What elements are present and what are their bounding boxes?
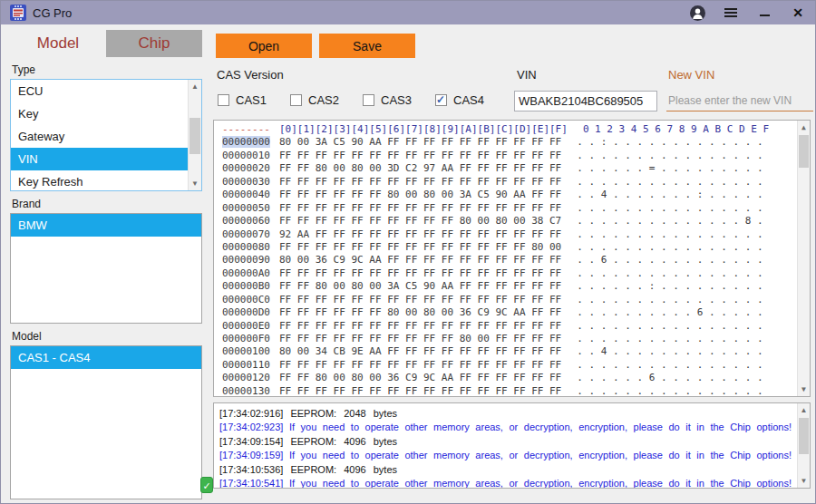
scroll-up-icon[interactable]: ▲ — [189, 80, 201, 93]
scroll-down-icon[interactable]: ▼ — [798, 474, 810, 488]
scroll-up-icon[interactable]: ▲ — [798, 121, 810, 134]
list-item[interactable]: Gateway — [11, 125, 201, 148]
hex-bytes: 80 00 3A C5 90 AA FF FF FF FF FF FF FF F… — [279, 136, 561, 148]
log-line: [17:34:10:541] If you need to operate ot… — [219, 477, 792, 489]
brand-list[interactable]: BMW — [10, 213, 202, 324]
hex-ascii: . . . . . . . . . . . . . . . . — [577, 359, 763, 371]
hex-ascii: . . . . . . . . . . . . . . . . — [577, 241, 763, 253]
hex-row[interactable]: 00000030FF FF FF FF FF FF FF FF FF FF FF… — [222, 176, 810, 189]
list-item[interactable]: ECU — [11, 80, 201, 102]
cas-checkbox-cas4[interactable]: CAS4 — [435, 93, 508, 107]
scroll-thumb[interactable] — [799, 135, 809, 168]
type-list[interactable]: ECUKeyGatewayVINKey Refresh ▲ ▼ — [10, 79, 202, 191]
log-line: [17:34:09:154] EEPROM: 4096 bytes — [219, 435, 792, 449]
vin-input[interactable] — [514, 91, 657, 111]
scroll-down-icon[interactable]: ▼ — [798, 383, 810, 396]
hex-row[interactable]: 0000000080 00 3A C5 90 AA FF FF FF FF FF… — [222, 136, 810, 149]
hex-bytes: 92 AA FF FF FF FF FF FF FF FF FF FF FF F… — [279, 228, 561, 240]
user-icon[interactable] — [689, 5, 705, 21]
hex-row[interactable]: 000000C0FF FF FF FF FF FF FF FF FF FF FF… — [222, 294, 810, 306]
hex-row[interactable]: 00000060FF FF FF FF FF FF FF FF FF FF 80… — [222, 215, 810, 228]
hex-row[interactable]: 000000D0FF FF FF FF FF FF 80 00 80 00 36… — [222, 306, 810, 319]
hex-address: 00000100 — [222, 345, 270, 357]
list-item[interactable]: Key Refresh — [11, 170, 201, 191]
scroll-thumb[interactable] — [189, 118, 200, 154]
new-vin-input[interactable] — [666, 91, 813, 111]
hex-address: 00000080 — [222, 241, 270, 253]
log-line: [17:34:02:916] EEPROM: 2048 bytes — [219, 407, 792, 421]
checkbox-icon[interactable] — [290, 94, 302, 106]
list-item[interactable]: VIN — [11, 148, 201, 170]
hex-row[interactable]: 000000E0FF FF FF FF FF FF FF FF FF FF FF… — [222, 320, 810, 333]
tab-model[interactable]: Model — [10, 30, 106, 57]
hex-address: 00000010 — [222, 150, 270, 161]
list-item[interactable]: BMW — [11, 214, 201, 237]
save-button[interactable]: Save — [319, 34, 415, 58]
list-item[interactable]: CAS1 - CAS4 — [11, 346, 201, 369]
cas-checkbox-cas1[interactable]: CAS1 — [218, 93, 290, 107]
scroll-up-icon[interactable]: ▲ — [798, 403, 810, 417]
hex-bytes: FF FF FF FF FF FF FF FF FF FF FF FF FF F… — [279, 267, 561, 279]
hex-bytes: FF FF 80 00 80 00 36 C9 9C AA FF FF FF F… — [279, 372, 561, 383]
hex-row[interactable]: 00000010FF FF FF FF FF FF FF FF FF FF FF… — [222, 150, 810, 162]
model-label: Model — [12, 330, 202, 343]
hex-header-row[interactable]: --------[0][1][2][3][4][5][6][7][8][9][A… — [222, 123, 810, 136]
cas-checkbox-cas2[interactable]: CAS2 — [290, 93, 363, 107]
hex-bytes: FF FF FF FF FF FF FF FF FF FF FF FF FF F… — [279, 294, 561, 305]
hex-row[interactable]: 0000007092 AA FF FF FF FF FF FF FF FF FF… — [222, 228, 810, 241]
type-label: Type — [12, 63, 202, 76]
hex-row[interactable]: 000000F0FF FF FF FF FF FF FF FF FF FF 80… — [222, 333, 810, 345]
hex-row[interactable]: 00000040FF FF FF FF FF FF 80 00 80 00 3A… — [222, 189, 810, 201]
tab-chip[interactable]: Chip — [106, 30, 202, 57]
log-panel[interactable]: ▲ ▼ [17:34:02:916] EEPROM: 2048 bytes[17… — [213, 402, 811, 489]
log-line: [17:34:02:923] If you need to operate ot… — [219, 421, 792, 434]
hex-bytes: FF FF FF FF FF FF FF FF FF FF 80 00 80 0… — [279, 215, 561, 227]
hex-address: 00000110 — [222, 359, 270, 371]
scroll-thumb[interactable] — [799, 418, 809, 454]
hex-row[interactable]: 000000A0FF FF FF FF FF FF FF FF FF FF FF… — [222, 267, 810, 280]
hex-scrollbar[interactable]: ▲ ▼ — [797, 121, 810, 396]
hex-row[interactable]: 00000020FF FF 80 00 80 00 3D C2 97 AA FF… — [222, 162, 810, 175]
hex-row[interactable]: 000000B0FF FF 80 00 80 00 3A C5 90 AA FF… — [222, 280, 810, 293]
log-scrollbar[interactable]: ▲ ▼ — [797, 403, 810, 488]
hex-bytes: [0][1][2][3][4][5][6][7][8][9][A][B][C][… — [279, 123, 568, 135]
model-list[interactable]: CAS1 - CAS4 — [10, 345, 202, 499]
menu-icon[interactable] — [723, 5, 739, 21]
hex-row[interactable]: 00000110FF FF FF FF FF FF FF FF FF FF FF… — [222, 359, 810, 372]
open-button[interactable]: Open — [216, 34, 312, 58]
sidebar-tabs: Model Chip — [10, 30, 202, 57]
hex-address: 00000120 — [222, 372, 270, 383]
hex-row[interactable]: 0000010080 00 34 CB 9E AA FF FF FF FF FF… — [222, 345, 810, 358]
minimize-icon[interactable] — [756, 5, 772, 21]
list-item[interactable]: Key — [11, 102, 201, 125]
hex-rows: --------[0][1][2][3][4][5][6][7][8][9][A… — [222, 123, 810, 397]
hex-address: 00000030 — [222, 176, 270, 188]
hex-address: 00000020 — [222, 162, 270, 174]
hex-ascii: . . . . . . . . . . . . . . . . — [577, 202, 763, 214]
hex-row[interactable]: 00000130FF FF FF FF FF FF FF FF FF FF FF… — [222, 385, 810, 397]
hex-bytes: FF FF FF FF FF FF FF FF FF FF 80 00 FF F… — [279, 333, 561, 344]
hex-ascii: 0 1 2 3 4 5 6 7 8 9 A B C D E F — [583, 123, 769, 135]
hex-bytes: FF FF FF FF FF FF FF FF FF FF FF FF FF F… — [279, 241, 561, 253]
close-icon[interactable]: ✕ — [790, 5, 806, 21]
hex-viewer[interactable]: ▲ ▼ --------[0][1][2][3][4][5][6][7][8][… — [213, 120, 811, 397]
checkbox-icon[interactable] — [218, 94, 229, 106]
hex-row[interactable]: 0000009080 00 36 C9 9C AA FF FF FF FF FF… — [222, 254, 810, 267]
hex-address: 000000F0 — [222, 333, 270, 344]
hex-ascii: . . . . . . . . . . . . . . . . — [577, 267, 763, 279]
hex-bytes: FF FF FF FF FF FF FF FF FF FF FF FF FF F… — [279, 176, 561, 188]
cas-checkbox-cas3[interactable]: CAS3 — [363, 93, 435, 107]
checkbox-icon[interactable] — [363, 94, 374, 106]
hex-row[interactable]: 00000080FF FF FF FF FF FF FF FF FF FF FF… — [222, 241, 810, 254]
cas-checkbox-label: CAS3 — [381, 93, 412, 107]
hex-row[interactable]: 00000120FF FF 80 00 80 00 36 C9 9C AA FF… — [222, 372, 810, 384]
hex-ascii: . . . . . . : . . . . . . . . . — [577, 280, 763, 292]
titlebar: CG Pro ✕ — [1, 1, 815, 24]
scroll-down-icon[interactable]: ▼ — [189, 177, 201, 190]
hex-address: 00000000 — [222, 136, 270, 148]
checkbox-checked-icon[interactable] — [435, 94, 447, 106]
hex-row[interactable]: 00000050FF FF FF FF FF FF FF FF FF FF FF… — [222, 202, 810, 215]
type-list-scrollbar[interactable]: ▲ ▼ — [188, 80, 201, 190]
log-line: [17:34:09:159] If you need to operate ot… — [219, 449, 792, 462]
hex-address: -------- — [222, 123, 270, 135]
